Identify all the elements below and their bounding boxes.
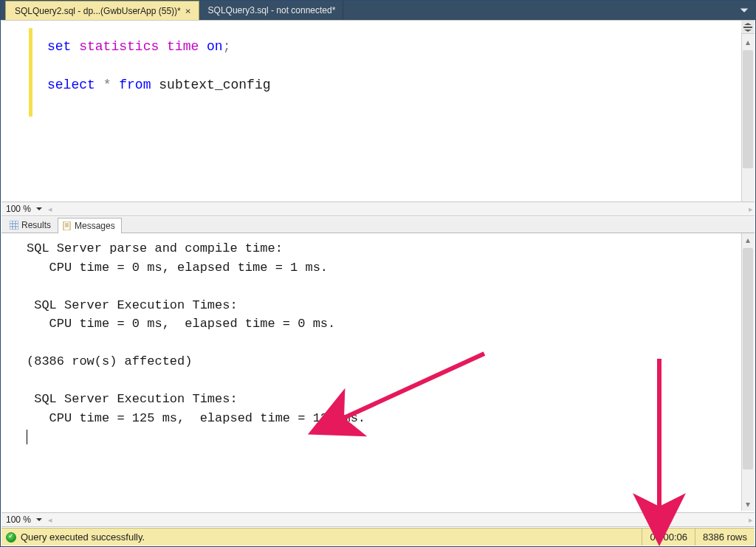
msg-line: SQL Server Execution Times:	[27, 298, 238, 312]
tab-results[interactable]: Results	[4, 217, 58, 233]
scroll-down-arrow-icon[interactable]: ▾	[741, 498, 755, 511]
tab-sqlquery2[interactable]: SQLQuery2.sql - dp...(GwbUserApp (55))* …	[5, 1, 199, 20]
msg-line: CPU time = 125 ms, elapsed time = 120 ms…	[27, 411, 365, 425]
operator: *	[103, 78, 111, 92]
messages-output[interactable]: SQL Server parse and compile time: CPU t…	[1, 233, 741, 511]
messages-pane: SQL Server parse and compile time: CPU t…	[1, 233, 755, 511]
row-count: 8386 rows	[703, 531, 747, 543]
tab-label: SQLQuery2.sql - dp...(GwbUserApp (55))*	[15, 6, 181, 16]
scroll-up-arrow-icon[interactable]: ▴	[741, 233, 755, 247]
svg-rect-5	[63, 221, 70, 230]
scroll-up-arrow-icon[interactable]: ▴	[741, 35, 755, 49]
keyword: select	[47, 78, 95, 92]
close-icon[interactable]: ×	[185, 6, 191, 16]
msg-line: (8386 row(s) affected)	[27, 354, 192, 368]
document-icon	[63, 221, 72, 230]
msg-line: CPU time = 0 ms, elapsed time = 1 ms.	[27, 261, 328, 275]
tab-label: Messages	[75, 221, 115, 231]
zoom-dropdown-icon[interactable]	[34, 204, 44, 214]
tab-label: Results	[21, 220, 51, 230]
split-pane-icon[interactable]	[741, 21, 755, 34]
editor-vertical-scrollbar[interactable]: ▴	[741, 21, 755, 202]
status-bar: Query executed successfully. 00:00:06 83…	[1, 528, 755, 546]
document-tabstrip: SQLQuery2.sql - dp...(GwbUserApp (55))* …	[1, 1, 755, 20]
keyword: set	[47, 39, 71, 54]
zoom-dropdown-icon[interactable]	[34, 515, 44, 525]
identifier: subtext_config	[159, 78, 270, 92]
status-left: Query executed successfully.	[1, 531, 642, 543]
sql-editor[interactable]: set statistics time on; select * from su…	[1, 21, 741, 202]
token: statistics time	[79, 39, 199, 54]
punct: ;	[223, 39, 231, 54]
status-message: Query executed successfully.	[21, 531, 145, 543]
hscroll-right-icon[interactable]: ▸	[747, 204, 755, 214]
scroll-thumb[interactable]	[743, 248, 753, 469]
status-elapsed: 00:00:06	[642, 529, 695, 546]
keyword: on	[207, 39, 223, 54]
tab-messages[interactable]: Messages	[58, 218, 122, 233]
tab-overflow-button[interactable]	[733, 1, 755, 20]
success-icon	[6, 532, 16, 543]
keyword: from	[119, 78, 151, 92]
msg-line: SQL Server parse and compile time:	[27, 241, 290, 255]
messages-vertical-scrollbar[interactable]: ▴ ▾	[741, 233, 755, 511]
tab-label: SQLQuery3.sql - not connected*	[208, 5, 336, 16]
elapsed-time: 00:00:06	[650, 531, 687, 543]
zoom-level[interactable]: 100 %	[6, 204, 31, 214]
status-rows: 8386 rows	[695, 529, 755, 546]
zoom-level[interactable]: 100 %	[6, 515, 31, 525]
hscroll-right-icon[interactable]: ▸	[747, 515, 755, 525]
results-tabstrip: Results Messages	[1, 217, 755, 233]
svg-rect-0	[10, 221, 18, 230]
hscroll-left-icon[interactable]: ◂	[47, 515, 54, 525]
text-caret	[27, 430, 27, 444]
hscroll-left-icon[interactable]: ◂	[47, 204, 54, 214]
tab-sqlquery3[interactable]: SQLQuery3.sql - not connected*	[199, 1, 344, 20]
msg-line: CPU time = 0 ms, elapsed time = 0 ms.	[27, 317, 335, 331]
msg-line: SQL Server Execution Times:	[27, 392, 238, 406]
scroll-thumb[interactable]	[743, 50, 753, 168]
sql-editor-pane: set statistics time on; select * from su…	[1, 20, 755, 202]
editor-zoom-bar: 100 % ◂ ▸	[1, 202, 755, 216]
messages-zoom-bar: 100 % ◂ ▸	[1, 512, 755, 527]
grid-icon	[10, 221, 18, 230]
